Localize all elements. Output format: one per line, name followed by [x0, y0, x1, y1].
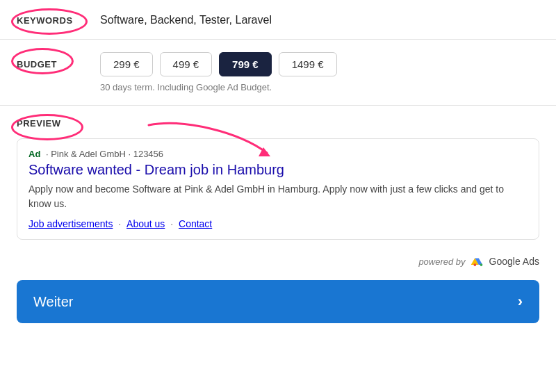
keywords-value: Software, Backend, Tester, Laravel — [100, 13, 272, 26]
ad-description: Apply now and become Software at Pink & … — [28, 182, 528, 211]
keywords-label-text: KEYWORDS — [17, 15, 73, 26]
google-ads-logo — [470, 254, 485, 269]
budget-btn-799[interactable]: 799 € — [219, 52, 272, 76]
google-ads-icon — [470, 254, 485, 269]
budget-btn-499[interactable]: 499 € — [160, 52, 213, 76]
preview-label: PREVIEW — [17, 118, 60, 129]
budget-label-text: BUDGET — [17, 59, 57, 70]
ad-meta-text: Pink & Adel GmbH · 123456 — [51, 149, 163, 159]
ad-links: Job advertisements · About us · Contact — [28, 218, 528, 229]
ad-link-sep-1: · — [118, 218, 124, 229]
budget-row: BUDGET 299 € 499 € 799 € 1499 € 30 days … — [0, 40, 556, 106]
budget-options: 299 € 499 € 799 € 1499 € 30 days term. I… — [100, 52, 337, 92]
preview-label-text: PREVIEW — [17, 118, 60, 129]
ad-badge: Ad — [28, 149, 40, 159]
budget-buttons: 299 € 499 € 799 € 1499 € — [100, 52, 337, 76]
main-container: KEYWORDS Software, Backend, Tester, Lara… — [0, 0, 556, 392]
budget-note: 30 days term. Including Google Ad Budget… — [100, 82, 337, 92]
ad-link-contact[interactable]: Contact — [179, 218, 212, 229]
keywords-row: KEYWORDS Software, Backend, Tester, Lara… — [0, 0, 556, 40]
budget-btn-1499[interactable]: 1499 € — [279, 52, 337, 76]
budget-btn-299[interactable]: 299 € — [100, 52, 153, 76]
ad-link-sep-2: · — [170, 218, 176, 229]
powered-by-text: powered by — [418, 256, 465, 267]
weiter-label: Weiter — [33, 294, 73, 310]
ad-meta: Ad · Pink & Adel GmbH · 123456 — [28, 149, 528, 159]
ad-link-jobs[interactable]: Job advertisements — [28, 218, 113, 229]
google-ads-label: Google Ads — [489, 256, 539, 267]
weiter-button[interactable]: Weiter › — [17, 280, 539, 323]
preview-header: PREVIEW — [17, 118, 60, 129]
ad-link-about[interactable]: About us — [126, 218, 165, 229]
budget-label: BUDGET — [17, 52, 100, 70]
powered-by: powered by Google Ads — [0, 247, 556, 276]
chevron-right-icon: › — [518, 293, 523, 311]
preview-row: PREVIEW Ad · Pink & Adel GmbH · 123456 S… — [0, 106, 556, 247]
ad-title[interactable]: Software wanted - Dream job in Hamburg — [28, 162, 528, 178]
keywords-label: KEYWORDS — [17, 13, 100, 26]
ad-preview-card: Ad · Pink & Adel GmbH · 123456 Software … — [17, 138, 539, 240]
